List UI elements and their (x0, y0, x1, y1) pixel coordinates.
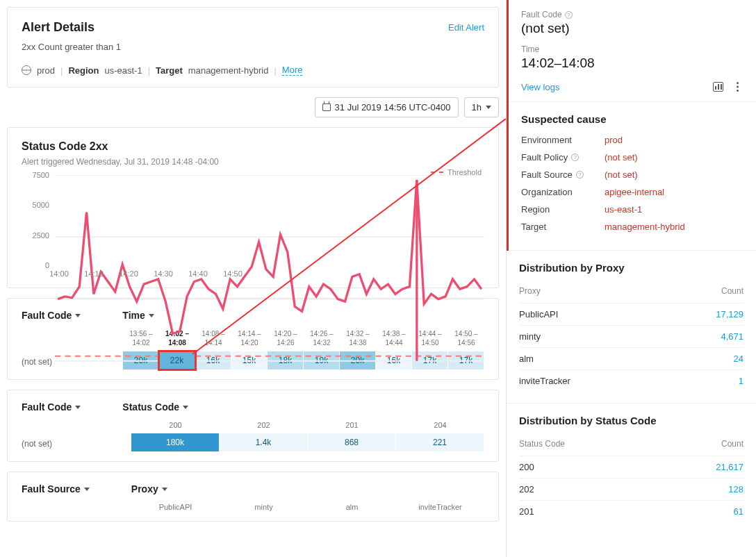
faultcode-row-label-2: (not set) (22, 439, 131, 451)
region-label: Region (68, 65, 99, 76)
kv-row: Targetmanagement-hybrid (521, 222, 743, 232)
dist-row: inviteTracker1 (519, 369, 743, 392)
dist-count-link[interactable]: 4,671 (721, 331, 743, 342)
status-col-head: 201 (308, 421, 396, 429)
calendar-icon (322, 103, 331, 111)
more-link[interactable]: More (282, 65, 303, 76)
alert-subtitle: 2xx Count greater than 1 (22, 42, 484, 52)
faultcode-status-heat-card: Fault Code Status Code (not set) 2002022… (7, 390, 499, 462)
side-panel: Fault Code? (not set) Time 14:02–14:08 V… (506, 0, 756, 557)
view-logs-link[interactable]: View logs (521, 82, 559, 92)
range-value: 1h (472, 102, 482, 113)
side-time-label: Time (521, 44, 743, 54)
dist-row: 202128 (519, 478, 743, 500)
edit-alert-link[interactable]: Edit Alert (448, 22, 484, 33)
heat-cell[interactable]: 22k (159, 351, 195, 369)
faultsource-proxy-heat-card: Fault Source Proxy PublicAPImintyalminvi… (7, 472, 499, 522)
chevron-down-icon (84, 488, 90, 491)
dist-row: PublicAPI17,129 (519, 303, 743, 325)
alert-target: management-hybrid (188, 65, 269, 76)
status-heat-cell[interactable]: 1.4k (220, 433, 308, 451)
chart-icon (713, 82, 723, 92)
globe-icon (22, 65, 31, 75)
help-icon[interactable]: ? (571, 153, 579, 161)
alert-region: us-east-1 (104, 65, 142, 76)
chevron-down-icon (75, 406, 81, 409)
chart-title: Status Code 2xx (22, 140, 484, 153)
proxy-col-head: minty (220, 503, 308, 511)
alert-env: prod (37, 65, 55, 76)
dist-proxy-section: Distribution by Proxy ProxyCount PublicA… (507, 251, 756, 404)
chart-area: Threshold 0250050007500 14:0014:1014:201… (55, 175, 484, 279)
dist-row: 20161 (519, 500, 743, 522)
chevron-down-icon (183, 406, 188, 409)
dist-row: 20021,617 (519, 456, 743, 478)
status-heat-cell[interactable]: 180k (131, 433, 220, 451)
chart-subtitle: Alert triggered Wednesday, Jul 31, 2019 … (22, 157, 484, 167)
dist-count-link[interactable]: 24 (734, 354, 743, 364)
alert-title: Alert Details (22, 20, 94, 35)
kv-row: Environmentprod (521, 135, 743, 145)
kv-row: Fault Source?(not set) (521, 169, 743, 180)
chevron-down-icon (162, 488, 167, 491)
line-chart (55, 175, 484, 390)
dist-count-link[interactable]: 1 (739, 376, 743, 386)
alert-details-card: Alert Details Edit Alert 2xx Count great… (7, 7, 499, 88)
chevron-down-icon (486, 106, 491, 109)
help-icon[interactable]: ? (565, 11, 573, 19)
dist-row: minty4,671 (519, 325, 743, 347)
more-menu-button[interactable] (731, 81, 743, 93)
status-col-head: 204 (396, 421, 484, 429)
dist-count-link[interactable]: 21,617 (716, 462, 743, 472)
kv-row: Regionus-east-1 (521, 204, 743, 215)
dist-proxy-title: Distribution by Proxy (519, 262, 743, 274)
kv-row: Organizationapigee-internal (521, 187, 743, 197)
help-icon[interactable]: ? (576, 171, 584, 178)
date-picker-button[interactable]: 31 Jul 2019 14:56 UTC-0400 (315, 97, 459, 117)
dist-count-link[interactable]: 17,129 (716, 309, 743, 319)
range-dropdown[interactable]: 1h (464, 97, 499, 117)
dist-count-link[interactable]: 128 (728, 484, 743, 494)
chart-icon-button[interactable] (712, 81, 724, 93)
status-col-head: 202 (220, 421, 308, 429)
side-faultcode-label: Fault Code? (521, 10, 743, 19)
status-heat-cell[interactable]: 868 (308, 433, 396, 451)
status-col-head: 200 (131, 421, 220, 429)
proxy-col-head: inviteTracker (396, 503, 484, 511)
kv-row: Fault Policy?(not set) (521, 152, 743, 163)
proxy-dropdown[interactable]: Proxy (131, 483, 167, 494)
status-code-chart-card: Status Code 2xx Alert triggered Wednesda… (7, 127, 499, 288)
faultcode-dropdown-2[interactable]: Fault Code (22, 401, 81, 413)
alert-meta: prod | Region us-east-1 | Target managem… (22, 65, 484, 76)
dist-count-link[interactable]: 61 (734, 506, 743, 517)
status-heat-cell[interactable]: 221 (396, 433, 484, 451)
dist-status-section: Distribution by Status Code Status CodeC… (507, 404, 756, 533)
dist-row: alm24 (519, 347, 743, 369)
statuscode-dropdown[interactable]: Status Code (122, 401, 188, 413)
date-value: 31 Jul 2019 14:56 UTC-0400 (335, 102, 451, 113)
faultsource-dropdown[interactable]: Fault Source (22, 483, 90, 494)
suspected-cause-title: Suspected cause (521, 113, 743, 125)
proxy-col-head: PublicAPI (131, 503, 220, 511)
more-vertical-icon (737, 82, 739, 92)
suspected-cause-section: Suspected cause EnvironmentprodFault Pol… (509, 102, 756, 251)
target-label: Target (156, 65, 183, 76)
proxy-col-head: alm (308, 503, 396, 511)
dist-status-title: Distribution by Status Code (519, 415, 743, 426)
side-faultcode-value: (not set) (521, 21, 743, 36)
side-time-value: 14:02–14:08 (521, 56, 743, 71)
